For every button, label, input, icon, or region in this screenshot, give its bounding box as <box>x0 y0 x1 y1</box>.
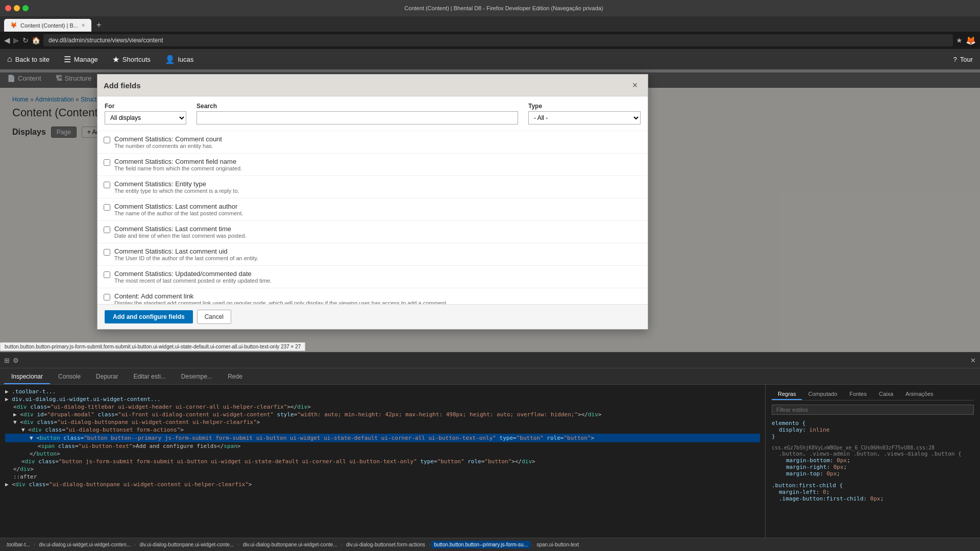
search-input[interactable] <box>197 111 518 124</box>
address-bar: ◀ ▶ ↻ 🏠 ★ 🦊 <box>0 32 980 49</box>
css-rule-2: .button:first-child { margin-left: 0; .i… <box>772 482 974 502</box>
dom-path-form-actions[interactable]: div.ui-dialog-buttonset.form-actions <box>344 541 428 548</box>
html-line-6: ▼ <button class="button button--primary … <box>5 434 760 442</box>
devtools-settings-icon[interactable]: ⚙ <box>13 357 19 364</box>
dom-path-toolbar[interactable]: .toolbar-t... <box>3 541 33 548</box>
field-item: Comment Statistics: Last comment uid The… <box>97 243 648 266</box>
tab-inspecionar[interactable]: Inspecionar <box>4 370 50 384</box>
dom-path-buttonpane2[interactable]: div.ui-dialog-buttonpane.ui-widget-conte… <box>240 541 340 548</box>
field-checkbox-7[interactable] <box>104 294 110 300</box>
devtools-panel: ⊞ ⚙ ✕ Inspecionar Console Depurar Editar… <box>0 352 980 551</box>
dom-path-dialog[interactable]: div.ui-dialog.ui-widget.ui-widget-conten… <box>36 541 133 548</box>
home-toolbar-icon: ⌂ <box>7 55 12 64</box>
field-desc: Date and time of when the last comment w… <box>114 233 247 239</box>
tab-favicon: 🦊 <box>10 22 17 29</box>
url-input[interactable] <box>43 34 953 46</box>
css-selector-0: elemento { <box>772 420 974 427</box>
field-name: Content: Add comment link <box>114 292 448 300</box>
field-checkbox-5[interactable] <box>104 249 110 256</box>
css-prop-margin-bottom: margin-bottom: 0px; <box>772 457 974 464</box>
field-desc: The User ID of the author of the last co… <box>114 255 258 261</box>
dom-path-button[interactable]: button.button.button--primary.js-form-su… <box>431 541 530 548</box>
field-item: Comment Statistics: Last comment author … <box>97 198 648 221</box>
close-btn[interactable] <box>5 5 11 11</box>
css-prop-ml: margin-left: 0; <box>772 489 974 495</box>
css-prop-display: display: inline <box>772 427 974 433</box>
forward-nav-icon[interactable]: ▶ <box>13 36 19 45</box>
tab-depurar[interactable]: Depurar <box>89 370 125 384</box>
field-desc: The number of comments an entity has. <box>114 143 222 149</box>
maximize-btn[interactable] <box>22 5 29 11</box>
field-name: Comment Statistics: Updated/commented da… <box>114 270 272 278</box>
html-line-4: ▼ <div class="ui-dialog-buttonpane ui-wi… <box>5 418 760 426</box>
field-checkbox-3[interactable] <box>104 204 110 211</box>
field-desc: The most recent of last comment posted o… <box>114 278 272 284</box>
type-select[interactable]: - All - <box>528 111 641 124</box>
devtools-tabs-bar: Inspecionar Console Depurar Editar esti.… <box>0 368 980 385</box>
css-tab-fontes[interactable]: Fontes <box>843 389 873 400</box>
css-prop-margin-top: margin-top: 0px; <box>772 470 974 477</box>
devtools-close-icon[interactable]: ✕ <box>970 357 976 364</box>
css-tab-caixa[interactable]: Caixa <box>873 389 899 400</box>
html-line-1: ▶ div.ui-dialog.ui-widget.ui-widget-cont… <box>5 395 760 403</box>
css-prop-image-btn: .image-button:first-child: 0px; <box>772 495 974 502</box>
for-label: For <box>105 103 186 110</box>
minimize-btn[interactable] <box>14 5 20 11</box>
field-item: Content: Add comment link Display the st… <box>97 288 648 305</box>
tab-console[interactable]: Console <box>51 370 88 384</box>
browser-tab[interactable]: 🦊 Content (Content) | B... ✕ <box>4 19 91 32</box>
dom-path-buttonpane[interactable]: div.ui-dialog-buttonpane.ui-widget-conte… <box>137 541 236 548</box>
cancel-btn[interactable]: Cancel <box>197 310 231 324</box>
field-name: Comment Statistics: Entity type <box>114 180 239 188</box>
css-tab-computado[interactable]: Computado <box>802 389 843 400</box>
css-selector-1: css.eGz7bShjK8VyLxWBOpe_xe_6_CUs06Hn03zF… <box>772 445 974 450</box>
tab-desempe[interactable]: Desempe... <box>174 370 219 384</box>
html-line-5: ▼ <div class="ui-dialog-buttonset form-a… <box>5 426 760 434</box>
css-tab-regras[interactable]: Regras <box>772 389 802 400</box>
back-to-site-btn[interactable]: ⌂ Back to site <box>0 49 57 69</box>
html-line-3: ▶ <div id="drupal-modal" class="ui-front… <box>5 411 760 418</box>
modal-close-btn[interactable]: × <box>628 79 642 92</box>
window-title: Content (Content) | Bhental D8 - Firefox… <box>33 5 975 11</box>
html-line-0: ▶ .toolbar-t... <box>5 388 760 395</box>
home-icon[interactable]: 🏠 <box>32 36 40 44</box>
devtools-right-icons: ✕ <box>970 357 976 364</box>
back-nav-icon[interactable]: ◀ <box>4 36 10 45</box>
css-prop-margin-right: margin-right: 0px; <box>772 464 974 470</box>
html-line-11: ::after <box>5 473 760 481</box>
dom-path-span[interactable]: span.ui-button-text <box>534 541 581 548</box>
tab-rede[interactable]: Rede <box>220 370 250 384</box>
search-label: Search <box>197 103 518 110</box>
user-btn[interactable]: 👤 lucas <box>158 49 201 69</box>
add-fields-dialog: Add fields × For All displays Page Searc… <box>97 74 648 330</box>
devtools-topbar: ⊞ ⚙ ✕ <box>0 353 980 368</box>
manage-btn[interactable]: ☰ Manage <box>57 49 105 69</box>
field-checkbox-2[interactable] <box>104 182 110 188</box>
shortcuts-btn[interactable]: ★ Shortcuts <box>105 49 158 69</box>
html-line-12: ▶ <div class="ui-dialog-buttonpane ui-wi… <box>5 481 760 488</box>
css-filter-input[interactable] <box>772 405 974 415</box>
status-tooltip: button.button.button-primary.js-form-sub… <box>0 342 305 351</box>
bookmark-icon[interactable]: ★ <box>956 36 963 44</box>
devtools-dock-icon[interactable]: ⊞ <box>4 357 10 364</box>
search-filter-group: Search <box>197 103 518 124</box>
browser-window-controls: Content (Content) | Bhental D8 - Firefox… <box>0 0 980 16</box>
field-checkbox-6[interactable] <box>104 271 110 278</box>
type-filter-group: Type - All - <box>528 103 641 124</box>
for-select[interactable]: All displays Page <box>105 111 186 124</box>
css-panel-tabs: Regras Computado Fontes Caixa Animações <box>772 389 974 400</box>
tour-btn[interactable]: ? Tour <box>946 49 980 69</box>
manage-icon: ☰ <box>64 55 71 64</box>
add-configure-fields-btn[interactable]: Add and configure fields <box>105 310 193 323</box>
field-name: Comment Statistics: Last comment time <box>114 225 247 233</box>
tab-editar-esti[interactable]: Editar esti... <box>126 370 173 384</box>
field-checkbox-4[interactable] <box>104 227 110 233</box>
field-name: Comment Statistics: Comment field name <box>114 158 242 165</box>
tab-close-icon[interactable]: ✕ <box>81 22 85 28</box>
reload-icon[interactable]: ↻ <box>22 36 29 44</box>
new-tab-btn[interactable]: + <box>93 20 104 32</box>
field-checkbox-0[interactable] <box>104 137 110 143</box>
field-checkbox-1[interactable] <box>104 159 110 166</box>
html-line-10: </div> <box>5 465 760 473</box>
css-tab-animacoes[interactable]: Animações <box>899 389 939 400</box>
